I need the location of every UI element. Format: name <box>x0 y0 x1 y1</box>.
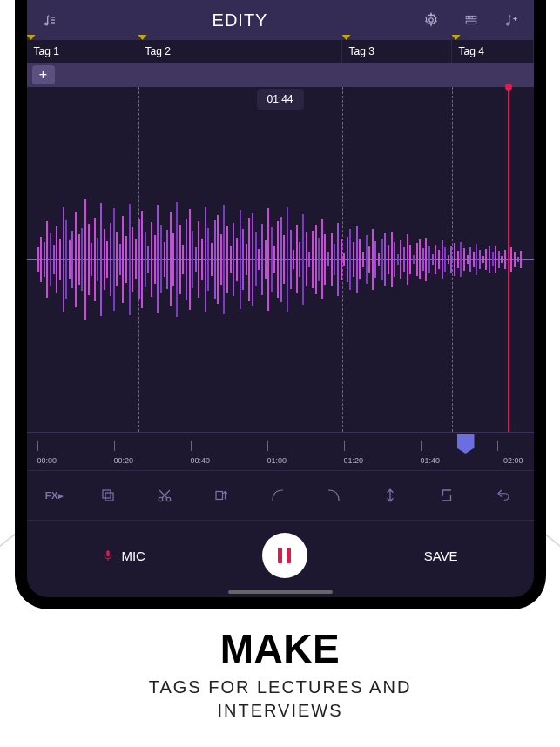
device-frame: EDITY Tag 1 Tag 2 Tag 3 Tag 4 + 01:44 <box>15 0 546 609</box>
ruler-tick: 01:40 <box>421 456 497 465</box>
undo-icon[interactable] <box>496 488 516 503</box>
fx-button[interactable]: FX▸ <box>44 490 65 501</box>
svg-rect-21 <box>107 550 111 556</box>
tags-row: Tag 1 Tag 2 Tag 3 Tag 4 <box>27 40 534 63</box>
ruler-tick: 00:40 <box>191 456 267 465</box>
svg-point-4 <box>428 18 433 23</box>
timeline-ruler[interactable]: 00:00 00:20 00:40 01:00 01:20 01:40 02:0… <box>27 432 534 470</box>
promo-title: MAKE <box>0 625 560 672</box>
tag-label: Tag 3 <box>349 45 374 57</box>
pause-button[interactable] <box>262 533 307 578</box>
pause-icon <box>278 548 291 563</box>
ruler-tick: 01:00 <box>267 456 344 465</box>
tag[interactable]: Tag 2 <box>138 40 342 63</box>
tag-label: Tag 2 <box>145 45 171 57</box>
promo-text: MAKE TAGS FOR LECTURES AND INTERVIEWS <box>0 609 560 723</box>
ruler-tick: 02:00 <box>497 456 523 465</box>
promo-sub-line: TAGS FOR LECTURES AND <box>149 677 412 697</box>
svg-point-10 <box>506 23 509 25</box>
mic-button[interactable]: MIC <box>102 548 145 563</box>
reverse-icon[interactable] <box>439 488 460 503</box>
ruler-tick: 00:00 <box>37 456 114 465</box>
app-header: EDITY <box>27 0 534 40</box>
app-screen: EDITY Tag 1 Tag 2 Tag 3 Tag 4 + 01:44 <box>27 0 534 597</box>
mic-label: MIC <box>121 548 145 563</box>
add-note-icon[interactable] <box>503 11 520 29</box>
tag[interactable]: Tag 4 <box>452 40 534 63</box>
ruler-tick: 01:20 <box>344 456 421 465</box>
app-title: EDITY <box>213 10 268 30</box>
copy-icon[interactable] <box>100 488 121 503</box>
tag-label: Tag 4 <box>459 45 484 57</box>
waveform-area[interactable] <box>27 87 534 432</box>
promo-sub-line: INTERVIEWS <box>217 701 342 720</box>
tag[interactable]: Tag 1 <box>27 40 138 63</box>
svg-rect-6 <box>466 21 476 24</box>
mic-icon <box>102 548 114 563</box>
tag-label: Tag 1 <box>34 45 59 57</box>
note-settings-icon[interactable] <box>41 11 58 29</box>
svg-rect-14 <box>103 490 111 498</box>
split-icon[interactable] <box>382 488 403 503</box>
add-tag-button[interactable]: + <box>32 65 55 84</box>
current-time-badge: 01:44 <box>256 89 303 110</box>
track-icon[interactable] <box>462 11 480 29</box>
svg-rect-13 <box>105 493 113 501</box>
home-indicator <box>228 590 333 594</box>
save-button[interactable]: SAVE <box>424 548 458 563</box>
transport-controls: MIC SAVE <box>27 521 534 590</box>
edit-toolbar: FX▸ <box>27 470 534 521</box>
svg-rect-5 <box>466 16 476 19</box>
fade-out-icon[interactable] <box>326 488 347 503</box>
cut-icon[interactable] <box>157 488 178 503</box>
tag[interactable]: Tag 3 <box>342 40 452 63</box>
ruler-tick: 00:20 <box>114 456 191 465</box>
svg-point-0 <box>44 23 47 25</box>
playhead[interactable] <box>508 87 509 432</box>
trim-icon[interactable] <box>213 488 234 503</box>
section-bar: + 01:44 <box>27 63 534 87</box>
gear-icon[interactable] <box>422 11 440 29</box>
loop-marker-icon[interactable] <box>457 434 475 454</box>
svg-rect-19 <box>216 492 223 500</box>
fade-in-icon[interactable] <box>270 488 291 503</box>
